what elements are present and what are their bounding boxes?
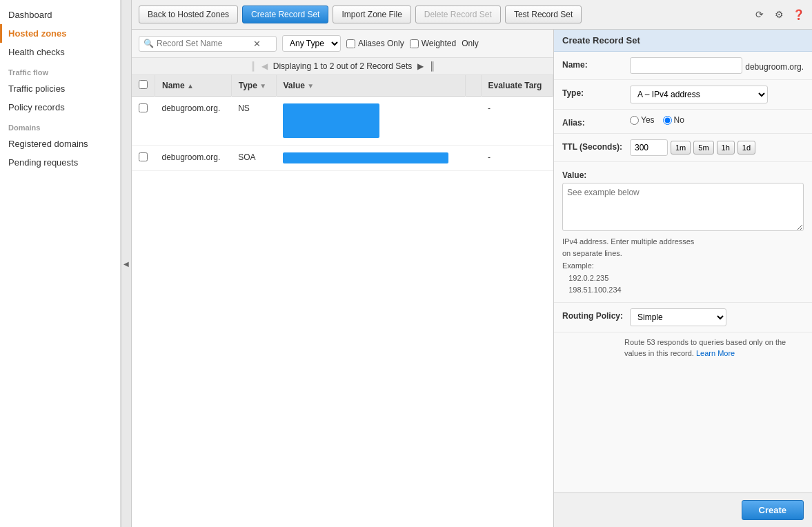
aliases-only-checkbox-label[interactable]: Aliases Only xyxy=(346,39,404,48)
select-all-checkbox[interactable] xyxy=(139,80,148,89)
weighted-label: Weighted xyxy=(422,39,456,48)
ttl-1d-button[interactable]: 1d xyxy=(737,141,755,155)
row-2-value-block xyxy=(283,152,448,163)
value-textarea[interactable] xyxy=(562,183,804,231)
settings-icon[interactable]: ⚙ xyxy=(772,8,786,21)
type-field-group: Type: A – IPv4 address AAAA – IPv6 addre… xyxy=(554,80,812,110)
type-select-right[interactable]: A – IPv4 address AAAA – IPv6 address CNA… xyxy=(630,86,768,103)
value-example-text: Example: 192.0.2.235 198.51.100.234 xyxy=(562,260,804,297)
routing-policy-label: Routing Policy: xyxy=(562,308,624,321)
row-2-type: SOA xyxy=(231,146,276,171)
create-button[interactable]: Create xyxy=(742,500,804,520)
alias-field-label: Alias: xyxy=(562,115,624,128)
sidebar-collapse-button[interactable]: ◀ xyxy=(121,0,132,527)
alias-radio-group: Yes No xyxy=(630,115,684,125)
import-zone-file-button[interactable]: Import Zone File xyxy=(333,6,410,23)
back-button[interactable]: Back to Hosted Zones xyxy=(139,6,238,23)
row-1-name: debugroom.org. xyxy=(155,97,232,146)
right-panel-title: Create Record Set xyxy=(554,30,812,52)
sidebar-item-dashboard[interactable]: Dashboard xyxy=(0,6,120,24)
sidebar-item-traffic-policies[interactable]: Traffic policies xyxy=(0,79,120,98)
alias-yes-text: Yes xyxy=(641,115,655,125)
alias-no-radio[interactable] xyxy=(663,116,672,125)
ttl-input[interactable]: 300 xyxy=(630,139,668,156)
sidebar-item-pending-requests[interactable]: Pending requests xyxy=(0,153,120,172)
type-field-label: Type: xyxy=(562,86,624,98)
last-page-nav[interactable]: ║ xyxy=(429,61,435,71)
alias-no-label[interactable]: No xyxy=(663,115,684,125)
search-box: 🔍 ✕ xyxy=(139,36,277,52)
create-record-set-button[interactable]: Create Record Set xyxy=(242,6,328,23)
search-bar: 🔍 ✕ Any Type Aliases Only Weighted Only xyxy=(132,30,553,58)
table-header-row: Name ▲ Type ▼ Value ▼ Evaluate Targ xyxy=(132,75,553,97)
alias-yes-radio[interactable] xyxy=(630,116,639,125)
record-table: Name ▲ Type ▼ Value ▼ Evaluate Targ debu… xyxy=(132,75,553,527)
alias-field-group: Alias: Yes No xyxy=(554,110,812,134)
first-page-nav[interactable]: ║ xyxy=(250,61,256,71)
weighted-checkbox-label[interactable]: Weighted xyxy=(410,39,456,48)
weighted-checkbox[interactable] xyxy=(410,39,419,48)
ttl-1m-button[interactable]: 1m xyxy=(671,141,691,155)
name-column-header[interactable]: Name ▲ xyxy=(155,75,232,97)
weighted-only-label: Only xyxy=(462,39,479,48)
row-2-checkbox[interactable] xyxy=(139,152,148,161)
ttl-field-group: TTL (Seconds): 300 1m 5m 1h 1d xyxy=(554,134,812,162)
sidebar: Dashboard Hosted zones Health checks Tra… xyxy=(0,0,121,527)
sidebar-item-policy-records[interactable]: Policy records xyxy=(0,98,120,117)
pagination-text: Displaying 1 to 2 out of 2 Record Sets xyxy=(273,61,412,71)
routing-learn-more-link[interactable]: Learn More xyxy=(696,349,735,357)
domain-suffix: debugroom.org. xyxy=(745,59,804,72)
main-content: Back to Hosted Zones Create Record Set I… xyxy=(132,0,812,527)
value-field-label: Value: xyxy=(562,168,624,180)
routing-policy-select[interactable]: Simple Weighted Latency Failover Geoloca… xyxy=(630,308,726,326)
ttl-5m-button[interactable]: 5m xyxy=(693,141,713,155)
prev-page-nav[interactable]: ◀ xyxy=(261,61,268,71)
ttl-field-label: TTL (Seconds): xyxy=(562,139,624,152)
row-1-evaluate: - xyxy=(481,97,553,146)
row-2-value xyxy=(276,146,466,171)
spacer-column-header xyxy=(466,75,481,97)
table-row: debugroom.org. NS - xyxy=(132,97,553,146)
value-column-header[interactable]: Value ▼ xyxy=(276,75,466,97)
next-page-nav[interactable]: ▶ xyxy=(417,61,424,71)
routing-policy-group: Routing Policy: Simple Weighted Latency … xyxy=(554,303,812,332)
search-clear-icon[interactable]: ✕ xyxy=(253,39,261,49)
help-icon[interactable]: ❓ xyxy=(791,8,805,21)
row-1-value-block xyxy=(283,103,379,138)
sidebar-item-hosted-zones[interactable]: Hosted zones xyxy=(0,24,120,43)
row-1-spacer xyxy=(466,97,481,146)
evaluate-column-header: Evaluate Targ xyxy=(481,75,553,97)
sidebar-item-health-checks[interactable]: Health checks xyxy=(0,43,120,61)
search-input[interactable] xyxy=(157,39,253,48)
refresh-icon[interactable]: ⟳ xyxy=(753,8,766,21)
toolbar-icons: ⟳ ⚙ ❓ xyxy=(753,8,805,21)
sidebar-section-domains: Domains xyxy=(0,117,120,135)
row-1-checkbox[interactable] xyxy=(139,103,148,112)
alias-yes-label[interactable]: Yes xyxy=(630,115,655,125)
select-all-column xyxy=(132,75,155,97)
ttl-input-group: 300 1m 5m 1h 1d xyxy=(630,139,755,156)
value-field-group: Value: IPv4 address. Enter multiple addr… xyxy=(554,162,812,303)
right-panel: Create Record Set Name: debugroom.org. T… xyxy=(553,30,812,527)
right-panel-footer: Create xyxy=(554,493,812,527)
row-1-value xyxy=(276,97,466,146)
name-input-wrap: debugroom.org. xyxy=(630,57,804,74)
row-1-type: NS xyxy=(231,97,276,146)
table-row: debugroom.org. SOA - xyxy=(132,146,553,171)
row-2-name: debugroom.org. xyxy=(155,146,232,171)
content-area: 🔍 ✕ Any Type Aliases Only Weighted Only xyxy=(132,30,812,527)
search-icon: 🔍 xyxy=(143,39,154,48)
sidebar-item-registered-domains[interactable]: Registered domains xyxy=(0,135,120,153)
test-record-set-button[interactable]: Test Record Set xyxy=(505,6,582,23)
type-column-header[interactable]: Type ▼ xyxy=(231,75,276,97)
toolbar: Back to Hosted Zones Create Record Set I… xyxy=(132,0,812,30)
table-panel: 🔍 ✕ Any Type Aliases Only Weighted Only xyxy=(132,30,553,527)
sidebar-section-traffic-flow: Traffic flow xyxy=(0,61,120,79)
ttl-1h-button[interactable]: 1h xyxy=(717,141,735,155)
name-input[interactable] xyxy=(630,57,742,74)
aliases-only-checkbox[interactable] xyxy=(346,39,355,48)
records-data-table: Name ▲ Type ▼ Value ▼ Evaluate Targ debu… xyxy=(132,75,553,171)
name-field-group: Name: debugroom.org. xyxy=(554,52,812,80)
routing-description: Route 53 responds to queries based only … xyxy=(554,332,812,365)
type-select[interactable]: Any Type xyxy=(282,35,341,52)
